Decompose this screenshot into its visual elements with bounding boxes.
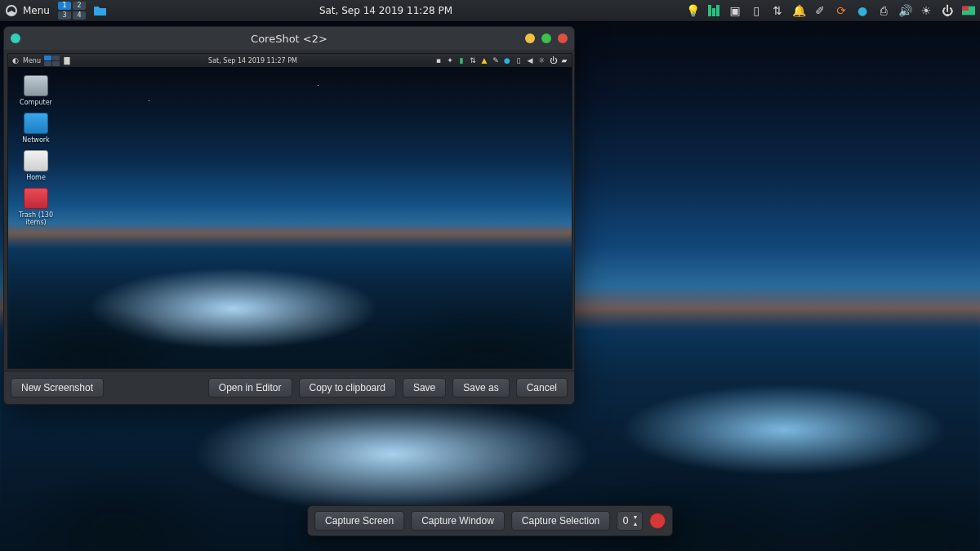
brush-icon[interactable]: ✐: [813, 4, 826, 17]
preview-menu-label: Menu: [23, 57, 41, 64]
preview-vol-icon: ◀: [526, 56, 534, 64]
preview-icon-label: Network: [22, 136, 49, 144]
preview-icon-label: Computer: [20, 99, 52, 106]
network-folder-icon: [24, 113, 48, 134]
coreshot-window: CoreShot <2> ◐ Menu ▇ Sat, Sep 14 2019 1…: [3, 26, 575, 405]
volume-icon[interactable]: 🔊: [898, 4, 911, 17]
preview-folder-icon: ▇: [63, 56, 71, 64]
chevron-up-icon[interactable]: ▴: [634, 521, 637, 527]
capture-window-button[interactable]: Capture Window: [411, 511, 505, 531]
note-icon[interactable]: [665, 4, 678, 17]
home-icon: [24, 150, 48, 171]
preview-monitor-icon: ▰: [560, 56, 568, 64]
close-button[interactable]: [558, 33, 568, 43]
preview-workspace-switcher: [44, 56, 60, 66]
workspace-1[interactable]: 1: [58, 2, 71, 10]
preview-panel: ◐ Menu ▇ Sat, Sep 14 2019 11:27 PM ▪ ✦ ▮…: [8, 54, 572, 67]
svg-rect-4: [962, 7, 969, 11]
save-button[interactable]: Save: [403, 378, 446, 398]
copy-clipboard-button[interactable]: Copy to clipboard: [299, 378, 396, 398]
usb-icon[interactable]: ⎙: [877, 4, 890, 17]
preview-appmenu-icon: ◐: [11, 56, 20, 64]
workspace-4[interactable]: 4: [73, 11, 86, 20]
battery-icon[interactable]: ▯: [750, 4, 763, 17]
preview-bulb-icon: ✦: [446, 56, 454, 64]
open-editor-button[interactable]: Open in Editor: [208, 378, 292, 398]
preview-rec-icon: ●: [503, 56, 511, 64]
menu-label[interactable]: Menu: [23, 5, 50, 16]
capture-selection-button[interactable]: Capture Selection: [511, 511, 610, 531]
computer-icon: [24, 75, 48, 96]
workspace-3[interactable]: 3: [58, 11, 71, 20]
panel-clock[interactable]: Sat, Sep 14 2019 11:28 PM: [107, 5, 665, 16]
cancel-button[interactable]: Cancel: [516, 378, 568, 398]
window-actionbar: New Screenshot Open in Editor Copy to cl…: [4, 371, 574, 404]
capture-screen-button[interactable]: Capture Screen: [314, 511, 404, 531]
minimize-button[interactable]: [525, 33, 535, 43]
refresh-icon[interactable]: ⟳: [835, 4, 848, 17]
preview-icon-trash: Trash (130 items): [13, 188, 59, 226]
app-menu-icon[interactable]: [5, 4, 18, 17]
preview-icon-label: Trash (130 items): [19, 211, 53, 226]
trash-icon: [24, 188, 48, 209]
record-icon[interactable]: ●: [856, 4, 869, 17]
new-screenshot-button[interactable]: New Screenshot: [11, 378, 104, 398]
save-as-button[interactable]: Save as: [452, 378, 509, 398]
preview-icon-computer: Computer: [13, 75, 59, 106]
record-button[interactable]: [649, 513, 666, 529]
screenshot-preview: ◐ Menu ▇ Sat, Sep 14 2019 11:27 PM ▪ ✦ ▮…: [7, 53, 572, 369]
preview-net-icon: ⇅: [469, 56, 477, 64]
delay-spinbox[interactable]: 0 ▾ ▴: [617, 511, 643, 531]
preview-bright-icon: ☼: [537, 56, 546, 64]
delay-value: 0: [622, 515, 629, 527]
preview-icon-label: Home: [26, 174, 46, 181]
preview-power-icon: ⏻: [549, 56, 557, 64]
maximize-button[interactable]: [541, 33, 551, 43]
windows-icon[interactable]: ▣: [728, 4, 742, 17]
window-titlebar[interactable]: CoreShot <2>: [4, 27, 574, 50]
svg-rect-0: [708, 5, 711, 16]
monitor-icon[interactable]: [962, 4, 975, 17]
workspace-2[interactable]: 2: [73, 2, 86, 10]
preview-usb-icon: ▯: [514, 56, 523, 64]
manjaro-icon[interactable]: [707, 4, 720, 17]
preview-manjaro-icon: ▮: [457, 56, 466, 64]
preview-bell-icon: ▲: [480, 56, 488, 64]
bell-icon[interactable]: 🔔: [792, 4, 805, 17]
preview-brush-icon: ✎: [492, 56, 500, 64]
preview-icon-network: Network: [13, 113, 59, 144]
window-title: CoreShot <2>: [4, 33, 574, 45]
brightness-icon[interactable]: ☀: [920, 4, 933, 17]
top-panel: Menu 1 2 3 4 Sat, Sep 14 2019 11:28 PM 💡…: [0, 0, 980, 21]
file-manager-icon[interactable]: [94, 4, 107, 17]
bulb-icon[interactable]: 💡: [686, 4, 699, 17]
preview-clock: Sat, Sep 14 2019 11:27 PM: [71, 57, 434, 64]
workspace-switcher[interactable]: 1 2 3 4: [58, 2, 86, 20]
svg-rect-2: [716, 5, 719, 16]
preview-note-icon: ▪: [434, 56, 443, 64]
preview-icon-home: Home: [13, 150, 59, 181]
svg-rect-1: [712, 8, 715, 16]
network-icon[interactable]: ⇅: [771, 4, 784, 17]
power-icon[interactable]: ⏻: [941, 4, 954, 17]
capture-toolbar[interactable]: Capture Screen Capture Window Capture Se…: [307, 505, 673, 536]
